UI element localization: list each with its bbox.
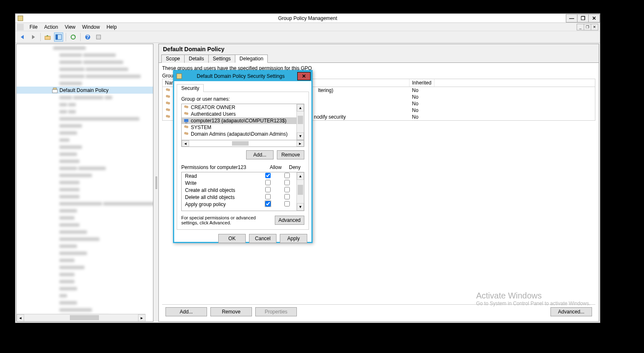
tabstrip: Scope Details Settings Delegation	[159, 54, 599, 63]
tab-details[interactable]: Details	[184, 55, 209, 63]
add-button[interactable]: Add...	[165, 307, 207, 316]
menu-view[interactable]: View	[62, 23, 79, 31]
scroll-right-button[interactable]: ►	[138, 314, 146, 322]
page-title: Default Domain Policy	[159, 44, 599, 54]
listbox-vscrollbar[interactable]: ▲ ▼	[296, 104, 304, 140]
svg-point-13	[168, 95, 170, 98]
tree-hscrollbar[interactable]: ◄ ►	[17, 314, 146, 321]
scroll-right-button[interactable]: ►	[296, 140, 304, 147]
refresh-button[interactable]	[69, 32, 78, 42]
scroll-up-button[interactable]: ▲	[297, 104, 304, 112]
ok-button[interactable]: OK	[218, 234, 246, 243]
dialog-advanced-button[interactable]: Advanced	[275, 216, 304, 225]
mdi-minimize-button[interactable]: _	[577, 24, 584, 30]
mdi-restore-button[interactable]: ❐	[584, 24, 591, 30]
tree-panel: xxxxxxxxxxxxx xxxxxxxxx xxxxxxxxxxxxx xx…	[16, 44, 153, 322]
tab-delegation[interactable]: Delegation	[235, 55, 268, 63]
minimize-button[interactable]: —	[566, 14, 577, 22]
perm-vscrollbar[interactable]: ▲ ▼	[296, 172, 304, 211]
svg-point-15	[168, 102, 170, 104]
allow-checkbox[interactable]	[265, 180, 271, 185]
up-folder-button[interactable]	[43, 32, 52, 42]
list-item[interactable]: CREATOR OWNER	[182, 104, 296, 111]
scroll-down-button[interactable]: ▼	[297, 132, 304, 140]
remove-button[interactable]: Remove	[210, 307, 252, 316]
mmc-icon	[17, 24, 24, 30]
svg-rect-26	[185, 122, 188, 123]
allow-checkbox[interactable]	[265, 173, 271, 178]
tab-security[interactable]: Security	[177, 84, 204, 92]
svg-rect-8	[52, 89, 57, 93]
svg-rect-20	[177, 74, 182, 79]
allow-checkbox[interactable]	[265, 194, 271, 199]
deny-checkbox[interactable]	[284, 180, 290, 185]
users-icon	[165, 107, 171, 113]
splitter[interactable]	[154, 43, 158, 323]
extra-button[interactable]	[94, 32, 103, 42]
menu-action[interactable]: Action	[41, 23, 61, 31]
dialog-titlebar[interactable]: Default Domain Policy Security Settings …	[174, 71, 311, 81]
list-item[interactable]: Authenticated Users	[182, 111, 296, 117]
forward-button[interactable]	[29, 32, 38, 42]
mdi-close-button[interactable]: ✕	[591, 24, 598, 30]
svg-point-30	[186, 132, 188, 135]
permissions-label: Permissions for computer123	[181, 164, 266, 170]
tree-item-default-domain-policy[interactable]: Default Domain Policy	[17, 87, 153, 94]
titlebar: Group Policy Management — ❐ ✕	[15, 14, 600, 23]
show-hide-tree-button[interactable]	[54, 32, 63, 42]
scroll-left-button[interactable]: ◄	[182, 140, 189, 147]
help-button[interactable]: ?	[83, 32, 92, 42]
deny-checkbox[interactable]	[284, 187, 290, 192]
svg-rect-0	[18, 16, 23, 21]
allow-checkbox[interactable]	[265, 201, 271, 206]
list-item[interactable]: Domain Admins (adapauto\Domain Admins)	[182, 131, 296, 137]
users-icon	[165, 87, 171, 93]
dialog-add-button[interactable]: Add...	[246, 150, 274, 159]
deny-checkbox[interactable]	[284, 173, 290, 178]
advanced-button[interactable]: Advanced...	[550, 307, 592, 316]
svg-rect-1	[45, 36, 50, 40]
scroll-down-button[interactable]: ▼	[297, 203, 304, 211]
tree-item-label: Default Domain Policy	[59, 87, 109, 93]
list-item[interactable]: computer123 (adapauto\COMPUTER123$)	[182, 117, 296, 124]
apply-button[interactable]: Apply	[280, 234, 307, 243]
tab-settings[interactable]: Settings	[208, 55, 235, 63]
allow-checkbox[interactable]	[265, 187, 271, 192]
users-icon	[165, 101, 171, 107]
svg-point-17	[168, 109, 170, 111]
dialog-close-button[interactable]: ✕	[297, 72, 311, 80]
menu-file[interactable]: File	[26, 23, 41, 31]
toolbar: ?	[15, 31, 600, 43]
scroll-up-button[interactable]: ▲	[297, 172, 304, 180]
scroll-thumb[interactable]	[232, 141, 249, 146]
scroll-left-button[interactable]: ◄	[17, 314, 24, 322]
col-inherited[interactable]: Inherited	[410, 79, 434, 87]
properties-button[interactable]: Properties	[255, 307, 297, 316]
tab-scope[interactable]: Scope	[161, 55, 185, 63]
menu-help[interactable]: Help	[103, 23, 120, 31]
menu-window[interactable]: Window	[79, 23, 104, 31]
group-icon	[183, 124, 189, 130]
menubar: File Action View Window Help _ ❐ ✕	[15, 23, 600, 31]
svg-rect-9	[53, 88, 57, 89]
listbox-hscrollbar[interactable]: ◄ ►	[181, 140, 304, 147]
users-icon	[165, 114, 171, 120]
permission-row: Read	[182, 172, 296, 179]
permission-row: Apply group policy	[182, 201, 296, 208]
scroll-thumb[interactable]	[298, 116, 303, 124]
group-user-listbox[interactable]: CREATOR OWNER Authenticated Users comput…	[181, 104, 304, 140]
list-item[interactable]: SYSTEM	[182, 124, 296, 131]
cancel-button[interactable]: Cancel	[249, 234, 276, 243]
dialog-remove-button[interactable]: Remove	[277, 150, 304, 159]
back-button[interactable]	[18, 32, 27, 42]
deny-checkbox[interactable]	[284, 194, 290, 199]
close-button[interactable]: ✕	[588, 14, 600, 22]
permission-row: Delete all child objects	[182, 194, 296, 201]
deny-checkbox[interactable]	[284, 201, 290, 206]
computer-icon	[183, 118, 189, 124]
svg-rect-7	[96, 35, 101, 39]
scroll-thumb[interactable]	[298, 185, 303, 195]
scroll-thumb[interactable]	[70, 315, 99, 320]
app-icon	[17, 15, 24, 22]
maximize-button[interactable]: ❐	[577, 14, 589, 22]
